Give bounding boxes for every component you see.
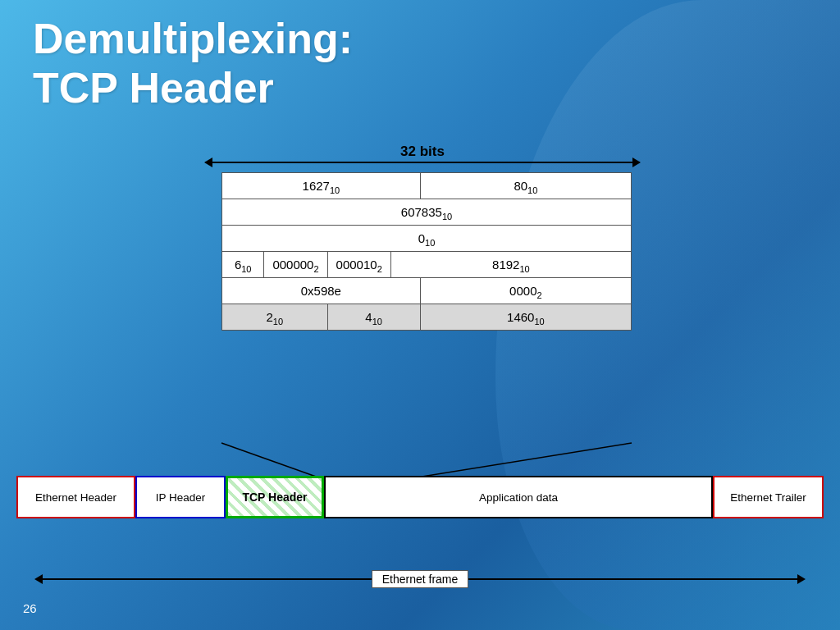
ip-header-label: IP Header [156, 491, 206, 504]
table-cell: 210 [222, 304, 328, 331]
table-cell: 819210 [390, 252, 631, 278]
ip-header-box: IP Header [135, 476, 226, 518]
slide-number: 26 [23, 601, 37, 615]
ethernet-frame-text-box: Ethernet frame [372, 570, 469, 588]
arrow-right-head [797, 574, 806, 584]
arrow-left-head [34, 574, 43, 584]
ethernet-header-box: Ethernet Header [16, 476, 135, 518]
table-cell: 0x598e [222, 278, 421, 304]
ethernet-header-label: Ethernet Header [35, 491, 116, 504]
table-cell: 0000002 [264, 252, 327, 278]
title-area: Demultiplexing: TCP Header [33, 15, 353, 113]
table-cell: 410 [327, 304, 420, 331]
tcp-header-box: TCP Header [226, 476, 324, 518]
table-cell: 60783510 [222, 199, 632, 226]
bits-arrow-area: 32 bits [205, 144, 640, 163]
table-row: 0x598e 00002 [222, 278, 632, 304]
table-cell: 010 [222, 226, 632, 252]
table-row: 60783510 [222, 199, 632, 226]
table-cell: 162710 [222, 173, 421, 199]
table-cell: 146010 [420, 304, 631, 331]
table-row: 210 410 146010 [222, 304, 632, 331]
arrow-right-shaft [468, 578, 797, 580]
table-row: 010 [222, 226, 632, 252]
table-cell: 0000102 [327, 252, 390, 278]
bits-label: 32 bits [400, 144, 445, 160]
arrow-shaft [205, 162, 640, 163]
ethernet-frame-arrow: Ethernet frame [34, 570, 806, 588]
ethernet-frame-text: Ethernet frame [382, 573, 459, 586]
ethernet-frame-label-area: Ethernet frame [16, 570, 824, 588]
page-title: Demultiplexing: TCP Header [33, 15, 353, 113]
svg-line-0 [221, 443, 318, 477]
tcp-header-table: 162710 8010 60783510 010 [221, 172, 632, 331]
table-row: 610 0000002 0000102 819210 [222, 252, 632, 278]
arrow-left-shaft [43, 578, 372, 580]
app-data-box: Application data [324, 476, 713, 518]
slide: Demultiplexing: TCP Header 32 bits 16271… [0, 0, 840, 630]
frame-boxes-row: Ethernet Header IP Header TCP Header App… [16, 476, 824, 518]
ethernet-trailer-label: Ethernet Trailer [730, 491, 806, 504]
table-cell: 8010 [420, 173, 631, 199]
table-row: 162710 8010 [222, 173, 632, 199]
title-line2: TCP Header [33, 64, 274, 112]
app-data-label: Application data [479, 491, 558, 504]
table-cell: 610 [222, 252, 264, 278]
svg-line-1 [417, 443, 632, 477]
title-line1: Demultiplexing: [33, 15, 353, 62]
table-cell: 00002 [420, 278, 631, 304]
tcp-header-label: TCP Header [242, 491, 307, 504]
ethernet-trailer-box: Ethernet Trailer [713, 476, 824, 518]
arrow-line [205, 162, 640, 163]
tcp-header-table-wrapper: 162710 8010 60783510 010 [221, 172, 632, 331]
ethernet-frame-area: Ethernet Header IP Header TCP Header App… [16, 476, 824, 518]
